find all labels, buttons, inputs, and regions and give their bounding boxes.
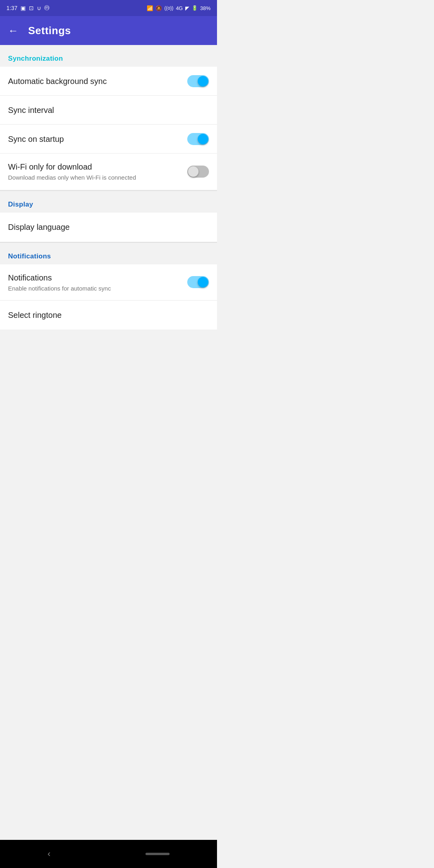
setting-label-display-language: Display language [8, 222, 201, 232]
section-header-notifications: Notifications [0, 243, 217, 264]
setting-row-wifi-only[interactable]: Wi-Fi only for download Download medias … [0, 154, 217, 190]
section-header-synchronization: Synchronization [0, 45, 217, 67]
bluetooth-icon: 📶 [147, 5, 153, 11]
setting-text-select-ringtone: Select ringtone [8, 310, 209, 320]
battery-percent: 38% [200, 5, 211, 11]
toggle-slider-wifi-only[interactable] [187, 166, 209, 178]
setting-label-auto-bg-sync: Automatic background sync [8, 76, 179, 86]
app-bar: ← Settings [0, 16, 217, 45]
status-icon-app2: ⊡ [29, 5, 34, 11]
setting-text-auto-bg-sync: Automatic background sync [8, 76, 187, 86]
setting-row-auto-bg-sync[interactable]: Automatic background sync [0, 67, 217, 96]
setting-sublabel-wifi-only: Download medias only when Wi-Fi is conne… [8, 174, 179, 182]
network-type: 4G [176, 5, 183, 11]
section-group-synchronization: Automatic background sync Sync interval … [0, 67, 217, 190]
section-group-display: Display language [0, 213, 217, 242]
setting-row-display-language[interactable]: Display language [0, 213, 217, 242]
toggle-slider-auto-bg-sync[interactable] [187, 75, 209, 87]
setting-label-select-ringtone: Select ringtone [8, 310, 201, 320]
setting-text-display-language: Display language [8, 222, 209, 232]
setting-row-sync-on-startup[interactable]: Sync on startup [0, 125, 217, 154]
status-time: 1:37 [6, 5, 17, 11]
status-icon-app1: ▣ [20, 5, 26, 11]
settings-content: Synchronization Automatic background syn… [0, 45, 217, 334]
setting-text-sync-on-startup: Sync on startup [8, 134, 187, 144]
setting-label-sync-interval: Sync interval [8, 105, 201, 115]
toggle-notifications[interactable] [187, 276, 209, 288]
setting-sublabel-notifications: Enable notifications for automatic sync [8, 285, 179, 293]
setting-row-select-ringtone[interactable]: Select ringtone [0, 301, 217, 330]
setting-row-notifications[interactable]: Notifications Enable notifications for a… [0, 264, 217, 301]
toggle-auto-bg-sync[interactable] [187, 75, 209, 87]
status-left: 1:37 ▣ ⊡ ∪ ⓜ [6, 4, 49, 12]
page-title: Settings [28, 25, 71, 37]
hotspot-icon: ((o)) [164, 5, 174, 11]
setting-text-wifi-only: Wi-Fi only for download Download medias … [8, 162, 187, 182]
status-right: 📶 🔕 ((o)) 4G ◤ 🔋 38% [147, 5, 211, 11]
back-button[interactable]: ← [8, 25, 18, 37]
setting-label-wifi-only: Wi-Fi only for download [8, 162, 179, 172]
section-notifications: Notifications Notifications Enable notif… [0, 243, 217, 330]
setting-row-sync-interval[interactable]: Sync interval [0, 96, 217, 125]
section-display: Display Display language [0, 191, 217, 242]
toggle-sync-on-startup[interactable] [187, 133, 209, 145]
battery-icon: 🔋 [192, 5, 198, 11]
setting-text-sync-interval: Sync interval [8, 105, 209, 115]
section-header-display: Display [0, 191, 217, 213]
toggle-wifi-only[interactable] [187, 166, 209, 178]
setting-label-sync-on-startup: Sync on startup [8, 134, 179, 144]
mute-icon: 🔕 [156, 5, 162, 11]
section-synchronization: Synchronization Automatic background syn… [0, 45, 217, 190]
status-icon-app4: ⓜ [44, 4, 49, 12]
section-group-notifications: Notifications Enable notifications for a… [0, 264, 217, 330]
nav-spacer [0, 334, 217, 362]
setting-label-notifications: Notifications [8, 272, 179, 283]
signal-icon: ◤ [185, 5, 189, 11]
setting-text-notifications: Notifications Enable notifications for a… [8, 272, 187, 293]
status-icon-app3: ∪ [37, 5, 41, 11]
toggle-slider-notifications[interactable] [187, 276, 209, 288]
toggle-slider-sync-on-startup[interactable] [187, 133, 209, 145]
status-bar: 1:37 ▣ ⊡ ∪ ⓜ 📶 🔕 ((o)) 4G ◤ 🔋 38% [0, 0, 217, 16]
